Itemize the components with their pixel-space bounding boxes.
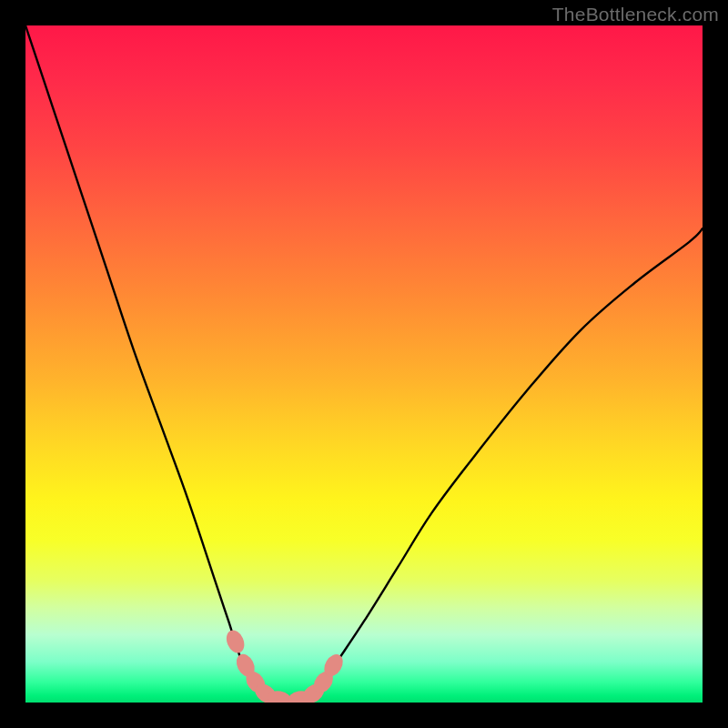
chart-frame: TheBottleneck.com (0, 0, 728, 728)
curve-group (25, 25, 703, 700)
curve-right-curve (309, 228, 703, 695)
marker-bead (223, 628, 248, 656)
curve-left-curve (25, 25, 269, 696)
plot-area (25, 25, 703, 703)
watermark-text: TheBottleneck.com (552, 4, 719, 25)
chart-svg (25, 25, 703, 703)
marker-group (223, 628, 347, 703)
